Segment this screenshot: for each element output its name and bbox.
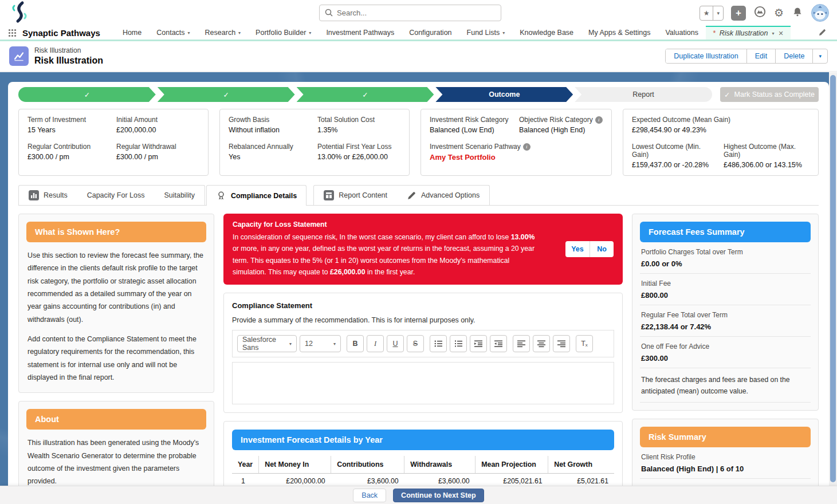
field-label: Investment Risk Category xyxy=(430,116,513,124)
cfl-yes-button[interactable]: Yes xyxy=(565,241,590,257)
outdent-button[interactable] xyxy=(490,335,507,352)
field-label: Expected Outcome (Mean Gain) xyxy=(632,116,810,124)
fee-item: Initial Fee£800.00 xyxy=(640,274,811,305)
path-step-2-complete[interactable]: ✓ xyxy=(158,87,295,102)
field-label: Highest Outcome (Max. Gain) xyxy=(724,143,810,159)
path-step-report[interactable]: Report xyxy=(575,87,712,102)
cfl-no-button[interactable]: No xyxy=(590,241,614,257)
tab-suitability[interactable]: Suitability xyxy=(154,186,205,205)
field-value: 13.00% or £26,000.00 xyxy=(317,153,400,161)
align-left-button[interactable] xyxy=(513,335,530,352)
mark-status-complete-button[interactable]: ✓ Mark Status as Complete xyxy=(720,87,819,102)
font-family-select[interactable]: Salesforce Sans▾ xyxy=(237,335,297,352)
favorite-star-icon[interactable]: ★ xyxy=(700,6,713,20)
panel-header: Risk Summary xyxy=(640,427,811,447)
field-label: Growth Basis xyxy=(229,116,312,124)
col-withdrawals: Withdrawals xyxy=(404,456,476,474)
path-step-3-complete[interactable]: ✓ xyxy=(297,87,434,102)
about-text: This illustration has been generated usi… xyxy=(27,436,205,487)
duplicate-illustration-button[interactable]: Duplicate Illustration xyxy=(666,49,746,63)
nav-item-configuration[interactable]: Configuration xyxy=(402,26,459,40)
nav-item-contacts[interactable]: Contacts▾ xyxy=(149,26,197,40)
tab-capacity-for-loss[interactable]: Capacity For Loss xyxy=(77,186,155,205)
continue-to-next-step-button[interactable]: Continue to Next Step xyxy=(393,489,484,502)
strikethrough-button[interactable]: S xyxy=(407,335,424,352)
setup-gear-icon[interactable]: ⚙ xyxy=(774,7,784,18)
more-actions-chevron[interactable]: ▾ xyxy=(812,49,827,63)
risk-item: Client Risk ProfileBalanced (High End) |… xyxy=(640,447,811,479)
field-label: Regular Contribution xyxy=(27,143,111,151)
global-actions-button[interactable]: + xyxy=(731,6,746,21)
user-avatar[interactable] xyxy=(811,4,829,22)
delete-button[interactable]: Delete xyxy=(775,49,812,63)
align-right-button[interactable] xyxy=(553,335,570,352)
notifications-bell-icon[interactable] xyxy=(791,6,804,21)
app-navigation-bar: Synaptic Pathways Home Contacts▾ Researc… xyxy=(0,26,837,40)
favorites-chevron-icon[interactable]: ▾ xyxy=(713,6,723,20)
fee-item: Portfolio Charges Total over Term£0.00 o… xyxy=(640,242,811,274)
edit-pencil-icon[interactable] xyxy=(818,28,827,39)
panel-header: About xyxy=(26,409,206,430)
scrollbar-thumb[interactable] xyxy=(830,75,836,482)
field-value: Yes xyxy=(229,153,312,161)
nav-item-knowledge-base[interactable]: Knowledge Base xyxy=(512,26,581,40)
info-icon[interactable]: i xyxy=(595,116,603,124)
field-value: Without inflation xyxy=(229,126,312,134)
field-value: £200,000.00 xyxy=(116,126,199,134)
compliance-statement-textarea[interactable] xyxy=(232,362,614,404)
nav-item-research[interactable]: Research▾ xyxy=(198,26,249,40)
nav-item-my-apps-settings[interactable]: My Apps & Settings xyxy=(581,26,658,40)
underline-button[interactable]: U xyxy=(387,335,404,352)
tab-results[interactable]: Results xyxy=(19,186,77,205)
close-icon[interactable]: ✕ xyxy=(779,30,784,37)
check-icon: ✓ xyxy=(724,90,730,99)
tab-risk-illustration[interactable]: * Risk Illustration ▾ ✕ xyxy=(706,26,791,40)
vertical-scrollbar[interactable] xyxy=(829,72,837,486)
what-is-shown-paragraph-1: Use this section to review the forecast … xyxy=(27,249,205,326)
content-panel: ✓ ✓ ✓ Outcome Report ✓ Mark Status as Co… xyxy=(8,82,829,504)
col-year: Year xyxy=(232,456,259,474)
info-icon[interactable]: i xyxy=(523,143,531,151)
nav-item-investment-pathways[interactable]: Investment Pathways xyxy=(319,26,402,40)
numbered-list-button[interactable] xyxy=(450,335,467,352)
field-label: Regular Withdrawal xyxy=(116,143,199,151)
path-step-1-complete[interactable]: ✓ xyxy=(18,87,156,102)
search-input[interactable] xyxy=(319,5,501,21)
nav-item-fund-lists[interactable]: Fund Lists▾ xyxy=(459,26,513,40)
tab-report-content[interactable]: Report Content xyxy=(314,186,397,205)
bulleted-list-button[interactable] xyxy=(430,335,447,352)
field-label: Term of Investment xyxy=(27,116,111,124)
favorites-control[interactable]: ★ ▾ xyxy=(700,6,724,21)
align-center-button[interactable] xyxy=(533,335,550,352)
chevron-down-icon: ▾ xyxy=(238,30,241,36)
compliance-statement-description: Provide a summary of the recommendation.… xyxy=(232,316,614,324)
nav-item-valuations[interactable]: Valuations xyxy=(658,26,705,40)
tab-compliance-details[interactable]: Compliance Details xyxy=(206,185,306,206)
nav-item-portfolio-builder[interactable]: Portfolio Builder▾ xyxy=(248,26,319,40)
field-value: 15 Years xyxy=(27,126,111,134)
tab-advanced-options[interactable]: Advanced Options xyxy=(397,186,489,205)
path-step-outcome[interactable]: Outcome xyxy=(435,87,573,102)
italic-button[interactable]: I xyxy=(367,335,384,352)
indent-button[interactable] xyxy=(470,335,487,352)
back-button[interactable]: Back xyxy=(353,489,386,502)
app-launcher-icon[interactable] xyxy=(8,26,17,40)
forecast-fees-summary-panel: Forecast Fees Summary Portfolio Charges … xyxy=(632,214,819,411)
col-mean-projection: Mean Projection xyxy=(476,456,548,474)
nav-item-home[interactable]: Home xyxy=(115,26,149,40)
scenario-pathway-link[interactable]: Amy Test Portfolio xyxy=(430,153,603,162)
middle-column: Capacity for Loss Statement In considera… xyxy=(223,214,623,504)
utility-bar: ★ ▾ + ⚙ xyxy=(0,0,837,26)
bold-button[interactable]: B xyxy=(347,335,364,352)
risk-category-card: Investment Risk CategoryBalanced (Low En… xyxy=(421,109,612,176)
page-header: Risk Illustration Risk Illustration Dupl… xyxy=(0,41,837,72)
font-size-select[interactable]: 12▾ xyxy=(300,335,341,352)
page-title: Risk Illustration xyxy=(34,56,103,66)
bar-chart-icon xyxy=(29,190,39,200)
cfl-yes-no-group: Yes No xyxy=(565,241,614,257)
chevron-down-icon[interactable]: ▾ xyxy=(772,31,775,36)
chevron-down-icon: ▾ xyxy=(309,30,311,36)
edit-button[interactable]: Edit xyxy=(746,49,776,63)
clear-formatting-button[interactable]: Tx xyxy=(576,335,593,352)
help-trailhead-icon[interactable] xyxy=(753,5,767,21)
